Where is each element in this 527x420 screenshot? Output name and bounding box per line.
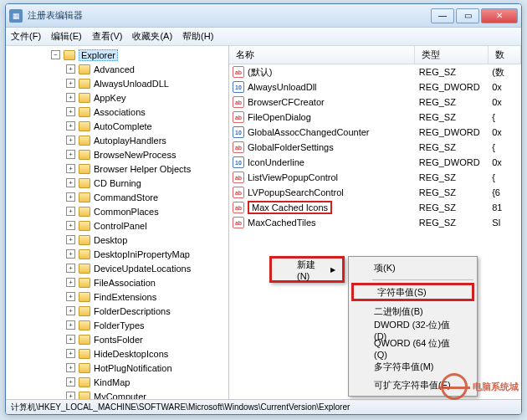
expand-icon[interactable]: + xyxy=(66,349,75,358)
folder-icon xyxy=(79,363,90,373)
list-row[interactable]: 10AlwaysUnloadDllREG_DWORD0x xyxy=(229,79,521,95)
expand-icon[interactable]: + xyxy=(66,79,75,88)
list-row[interactable]: 10GlobalAssocChangedCounterREG_DWORD0x xyxy=(229,125,521,140)
expand-icon[interactable]: + xyxy=(66,121,75,131)
tree-node[interactable]: +CD Burning xyxy=(6,176,228,190)
expand-icon[interactable]: + xyxy=(66,164,75,173)
tree-node[interactable]: +Associations xyxy=(6,105,228,119)
tree-node-explorer[interactable]: − Explorer xyxy=(6,48,228,62)
tree-node[interactable]: +KindMap xyxy=(6,375,228,389)
ctx-new[interactable]: 新建(N) xyxy=(274,260,340,279)
tree-node[interactable]: +DeviceUpdateLocations xyxy=(6,261,228,275)
list-row[interactable]: abGlobalFolderSettingsREG_SZ{ xyxy=(229,140,521,155)
expand-icon[interactable]: + xyxy=(66,306,75,315)
tree-node[interactable]: +AlwaysUnloadDLL xyxy=(6,76,228,90)
expand-icon[interactable]: + xyxy=(66,292,75,301)
folder-icon xyxy=(79,292,90,302)
header-type[interactable]: 类型 xyxy=(415,46,488,64)
expand-icon[interactable]: + xyxy=(66,207,75,216)
tree-node[interactable]: +MyComputer xyxy=(6,389,228,399)
tree-node[interactable]: +AppKey xyxy=(6,90,228,105)
menu-favorites[interactable]: 收藏夹(A) xyxy=(132,30,172,43)
folder-icon xyxy=(79,79,90,89)
list-row[interactable]: abLVPopupSearchControlREG_SZ{6 xyxy=(229,185,521,200)
list-row[interactable]: abListViewPopupControlREG_SZ{ xyxy=(229,170,521,185)
value-icon: ab xyxy=(233,202,244,213)
expand-icon[interactable]: + xyxy=(66,150,75,159)
tree-node[interactable]: +Advanced xyxy=(6,62,228,76)
ctx-qword[interactable]: QWORD (64 位)值(Q) xyxy=(350,339,475,357)
tree-node[interactable]: +DesktopIniPropertyMap xyxy=(6,247,228,261)
app-icon: ▦ xyxy=(9,9,23,23)
folder-icon xyxy=(79,107,90,117)
folder-icon xyxy=(79,192,90,202)
expand-icon[interactable]: + xyxy=(66,335,75,344)
ctx-string[interactable]: 字符串值(S) xyxy=(351,283,474,301)
tree-node[interactable]: +FolderTypes xyxy=(6,318,228,332)
tree-node[interactable]: +BrowseNewProcess xyxy=(6,147,228,161)
list-row[interactable]: abBrowserCFCreatorREG_SZ0x xyxy=(229,95,521,110)
expand-icon[interactable]: + xyxy=(66,192,75,202)
expand-icon[interactable]: + xyxy=(66,249,75,259)
tree-node[interactable]: +FindExtensions xyxy=(6,289,228,304)
titlebar[interactable]: ▦ 注册表编辑器 — ▭ ✕ xyxy=(6,4,521,28)
folder-icon xyxy=(79,207,90,217)
watermark-logon-icon xyxy=(441,373,468,400)
statusbar: 计算机\HKEY_LOCAL_MACHINE\SOFTWARE\Microsof… xyxy=(6,399,521,414)
list-row[interactable]: abMax Cached IconsREG_SZ81 xyxy=(229,200,521,215)
folder-icon xyxy=(79,349,90,359)
folder-icon xyxy=(79,235,90,245)
menu-file[interactable]: 文件(F) xyxy=(11,30,41,43)
ctx-key[interactable]: 项(K) xyxy=(350,259,475,277)
expand-icon[interactable]: + xyxy=(66,363,75,372)
value-icon: 10 xyxy=(233,126,244,138)
tree-pane[interactable]: − Explorer +Advanced+AlwaysUnloadDLL+App… xyxy=(6,46,229,399)
tree-node[interactable]: +ControlPanel xyxy=(6,218,228,233)
folder-icon xyxy=(79,121,90,131)
folder-icon xyxy=(79,136,90,146)
tree-node[interactable]: +FolderDescriptions xyxy=(6,304,228,318)
expand-icon[interactable]: + xyxy=(66,136,75,145)
list-row[interactable]: abMaxCachedTilesREG_SZSI xyxy=(229,215,521,230)
folder-icon xyxy=(79,320,90,330)
tree-node[interactable]: +AutoplayHandlers xyxy=(6,133,228,147)
menu-help[interactable]: 帮助(H) xyxy=(182,30,213,43)
list-row[interactable]: ab(默认)REG_SZ(数 xyxy=(229,64,521,79)
expand-icon[interactable]: + xyxy=(66,320,75,330)
close-button[interactable]: ✕ xyxy=(481,8,518,23)
tree-node[interactable]: +AutoComplete xyxy=(6,119,228,133)
tree-node[interactable]: +FontsFolder xyxy=(6,332,228,346)
expand-icon[interactable]: + xyxy=(66,264,75,273)
expand-icon[interactable]: + xyxy=(66,64,75,74)
menu-view[interactable]: 查看(V) xyxy=(92,30,123,43)
list-header: 名称 类型 数 xyxy=(229,46,521,64)
value-icon: ab xyxy=(233,141,244,153)
expand-icon[interactable]: + xyxy=(66,93,75,102)
expand-icon[interactable]: + xyxy=(66,107,75,116)
value-icon: ab xyxy=(233,187,244,198)
header-name[interactable]: 名称 xyxy=(229,46,415,64)
minimize-button[interactable]: — xyxy=(431,8,454,23)
tree-node[interactable]: +HideDesktopIcons xyxy=(6,346,228,361)
folder-icon xyxy=(79,278,90,288)
list-row[interactable]: abFileOpenDialogREG_SZ{ xyxy=(229,110,521,125)
expand-icon[interactable]: + xyxy=(66,377,75,387)
folder-icon xyxy=(79,335,90,345)
collapse-icon[interactable]: − xyxy=(51,50,60,59)
expand-icon[interactable]: + xyxy=(66,221,75,230)
maximize-button[interactable]: ▭ xyxy=(456,8,479,23)
folder-icon xyxy=(79,377,90,387)
expand-icon[interactable]: + xyxy=(66,278,75,287)
tree-node[interactable]: +FileAssociation xyxy=(6,275,228,289)
list-row[interactable]: 10IconUnderlineREG_DWORD0x xyxy=(229,155,521,170)
tree-node[interactable]: +Desktop xyxy=(6,233,228,247)
expand-icon[interactable]: + xyxy=(66,392,75,399)
expand-icon[interactable]: + xyxy=(66,235,75,244)
expand-icon[interactable]: + xyxy=(66,178,75,187)
tree-node[interactable]: +Browser Helper Objects xyxy=(6,161,228,176)
menu-edit[interactable]: 编辑(E) xyxy=(51,30,82,43)
tree-node[interactable]: +CommonPlaces xyxy=(6,204,228,218)
header-data[interactable]: 数 xyxy=(489,46,521,64)
tree-node[interactable]: +CommandStore xyxy=(6,190,228,204)
tree-node[interactable]: +HotPlugNotification xyxy=(6,361,228,375)
